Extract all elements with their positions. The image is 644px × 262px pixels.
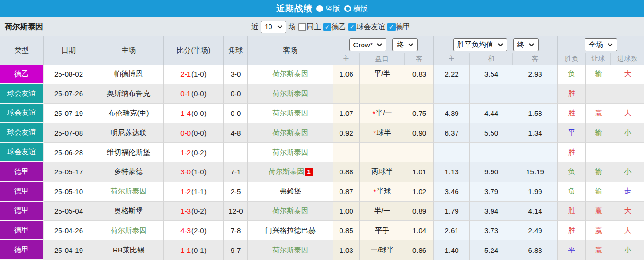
away-team-cell[interactable]: 荷尔斯泰因 — [248, 240, 333, 260]
home-team-cell[interactable]: RB莱比锡 — [94, 240, 164, 260]
radio-label: 横版 — [353, 4, 368, 13]
fulltime-score: 1-2 — [180, 148, 191, 157]
filter-controls: 近 10 场 同主✓德乙✓球会友谊✓德甲 — [251, 17, 410, 36]
away-team-cell[interactable]: 荷尔斯泰因 — [248, 123, 333, 143]
avg-final-select[interactable]: 终 — [513, 38, 539, 51]
home-team-cell[interactable]: 帕德博恩 — [94, 65, 164, 84]
team-name[interactable]: 明尼苏达联 — [111, 128, 147, 137]
odds-final-select[interactable]: 终 — [392, 38, 418, 51]
result-cell: 平 — [558, 123, 586, 143]
team-name[interactable]: 荷尔斯泰因 — [272, 128, 308, 137]
avg-type-select[interactable]: 胜平负均值 — [453, 38, 507, 51]
avg-home-cell — [434, 143, 470, 162]
avg-home-cell: 2.22 — [434, 65, 470, 84]
team-name[interactable]: 荷尔斯泰因 — [272, 148, 308, 157]
home-team-cell[interactable]: 维切福伦斯堡 — [94, 143, 164, 162]
type-badge: 球会友谊 — [0, 84, 44, 104]
team-name[interactable]: 维切福伦斯堡 — [107, 148, 150, 157]
team-name[interactable]: 门兴格拉德巴赫 — [265, 226, 316, 235]
home-team-cell[interactable]: 明尼苏达联 — [94, 123, 164, 143]
team-name[interactable]: RB莱比锡 — [113, 246, 144, 255]
result-cell: 负 — [558, 182, 586, 202]
team-name[interactable]: 奥斯纳布鲁克 — [107, 89, 150, 98]
handicap-result-cell: 赢 — [586, 240, 611, 260]
scope-select[interactable]: 全场 — [585, 38, 617, 51]
table-row: 德甲25-05-10荷尔斯泰因1-2(1-1)2-5弗赖堡0.87*半球1.02… — [0, 182, 644, 202]
away-team-cell[interactable]: 荷尔斯泰因 — [248, 202, 333, 221]
checkbox-label: 德甲 — [396, 23, 410, 32]
home-team-cell[interactable]: 奥格斯堡 — [94, 202, 164, 221]
table-row: 球会友谊25-07-19布伦瑞克(中)1-4(0-0)0-0荷尔斯泰因1.07*… — [0, 104, 644, 124]
subheader-odds-line: 盘口 — [360, 53, 405, 65]
team-name[interactable]: 弗赖堡 — [280, 187, 301, 196]
away-team-cell[interactable]: 弗赖堡 — [248, 182, 333, 202]
odds-company-select[interactable]: Crow* — [349, 38, 387, 51]
handicap-line-cell: 两球半 — [360, 162, 405, 182]
team-name[interactable]: 荷尔斯泰因 — [272, 109, 308, 118]
halftime-score: (1-0) — [191, 168, 207, 176]
team-name[interactable]: 荷尔斯泰因 — [272, 89, 308, 98]
away-team-cell[interactable]: 荷尔斯泰因 — [248, 84, 333, 104]
halftime-score: (0-2) — [191, 207, 207, 215]
handicap-result-cell — [586, 84, 611, 104]
filter-checkbox-item[interactable]: ✓球会友谊 — [348, 23, 386, 32]
away-team-cell[interactable]: 门兴格拉德巴赫 — [248, 221, 333, 240]
halftime-score: (0-0) — [191, 109, 207, 117]
home-team-cell[interactable]: 荷尔斯泰因 — [94, 182, 164, 202]
avg-draw-cell: 4.44 — [470, 104, 513, 124]
avg-away-cell: 6.83 — [513, 240, 558, 260]
date-cell: 25-04-26 — [44, 221, 94, 240]
checkbox-checked-icon[interactable]: ✓ — [323, 23, 331, 31]
table-row: 球会友谊25-07-08明尼苏达联0-0(0-0)4-8荷尔斯泰因0.92*球半… — [0, 123, 644, 143]
score-cell: 1-1(0-1) — [164, 240, 224, 260]
checkbox-unchecked-icon[interactable] — [298, 23, 306, 31]
home-team-cell[interactable]: 多特蒙德 — [94, 162, 164, 182]
team-name[interactable]: 荷尔斯泰因 — [111, 187, 147, 196]
title-bar: 近期战绩 竖版横版 — [0, 0, 644, 17]
avg-draw-cell: 3.94 — [470, 202, 513, 221]
corner-cell: 7-1 — [224, 162, 248, 182]
away-team-cell[interactable]: 荷尔斯泰因 — [248, 65, 333, 84]
score-cell: 1-2(1-1) — [164, 182, 224, 202]
team-name[interactable]: 荷尔斯泰因 — [272, 206, 308, 216]
radio-selected-icon — [316, 5, 323, 12]
home-team-cell[interactable]: 布伦瑞克(中) — [94, 104, 164, 124]
checkbox-label: 德乙 — [332, 23, 346, 32]
filter-checkbox-item[interactable]: ✓德甲 — [387, 23, 410, 32]
layout-radio-selected[interactable]: 竖版 — [316, 4, 340, 13]
team-name[interactable]: 奥格斯堡 — [114, 206, 143, 216]
recent-count-select[interactable]: 10 — [261, 21, 286, 33]
away-team-cell[interactable]: 荷尔斯泰因 — [248, 104, 333, 124]
filter-checkbox-item[interactable]: 同主 — [298, 23, 321, 32]
goals-result-cell: 大 — [611, 221, 644, 240]
away-team-cell[interactable]: 荷尔斯泰因 — [248, 143, 333, 162]
avg-draw-cell: 3.73 — [470, 221, 513, 240]
handicap-line-text: 半/一 — [374, 206, 390, 216]
away-team-cell[interactable]: 荷尔斯泰因1 — [248, 162, 333, 182]
filter-checkbox-item[interactable]: ✓德乙 — [323, 23, 346, 32]
checkbox-checked-icon[interactable]: ✓ — [348, 23, 356, 31]
handicap-line-cell: 半/一 — [360, 202, 405, 221]
handicap-line-cell — [360, 84, 405, 104]
avg-home-cell: 6.37 — [434, 123, 470, 143]
layout-radio-option[interactable]: 横版 — [344, 4, 368, 13]
avg-draw-cell: 5.50 — [470, 123, 513, 143]
odds-home-cell: 0.87 — [333, 182, 360, 202]
team-name-title: 荷尔斯泰因 — [5, 17, 43, 36]
team-name[interactable]: 帕德博恩 — [114, 69, 143, 79]
scope-value: 全场 — [589, 40, 603, 49]
odds-away-cell: 1.01 — [405, 162, 434, 182]
team-name[interactable]: 荷尔斯泰因 — [268, 167, 304, 176]
checkbox-checked-icon[interactable]: ✓ — [387, 23, 396, 31]
home-team-cell[interactable]: 荷尔斯泰因 — [94, 221, 164, 240]
team-name[interactable]: 荷尔斯泰因 — [272, 69, 308, 79]
team-name[interactable]: 布伦瑞克(中) — [108, 109, 149, 118]
team-name[interactable]: 荷尔斯泰因 — [272, 246, 308, 255]
team-name[interactable]: 荷尔斯泰因 — [111, 226, 147, 235]
home-team-cell[interactable]: 奥斯纳布鲁克 — [94, 84, 164, 104]
team-name[interactable]: 多特蒙德 — [114, 167, 143, 176]
table-row: 德甲25-05-04奥格斯堡1-3(0-2)12-0荷尔斯泰因1.00半/一0.… — [0, 202, 644, 221]
halftime-score: (0-2) — [191, 148, 207, 157]
avg-draw-cell — [470, 84, 513, 104]
fulltime-score: 2-1 — [180, 70, 191, 78]
